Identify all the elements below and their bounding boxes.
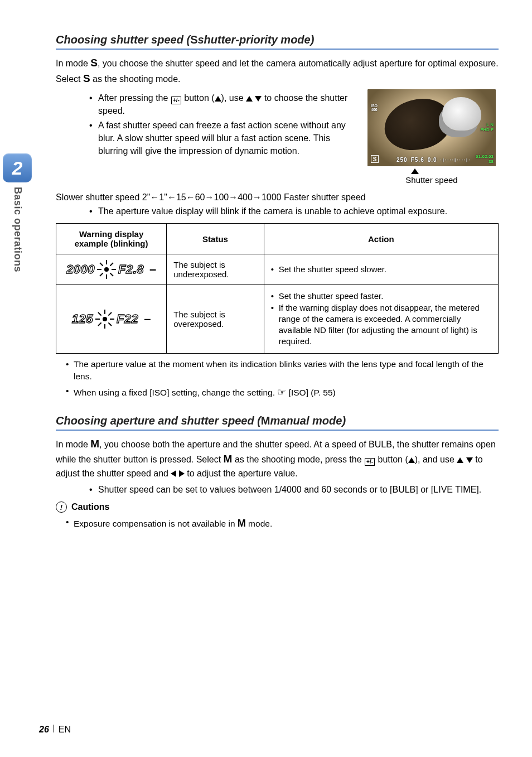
mode-letter-s: S [83,73,90,84]
arrow-up-icon [246,96,253,102]
table-row: 125 F22 – The subject is overexposed. Se… [56,285,499,353]
arrow-up-icon [411,168,419,174]
intro-paragraph: In mode S, you choose the shutter speed … [56,55,499,86]
status-cell: The subject is overexposed. [167,285,264,353]
text: In mode [56,440,90,449]
page-footer: 26 EN [39,725,71,735]
text: Slower shutter speed [56,192,142,202]
exposure-bar: 250 F5.6 0.0 ·|····|····|· [396,157,471,163]
section-title-shutter-priority: Choosing shutter speed (S shutter-priori… [56,33,499,50]
blink-aperture: F2.8 [118,262,144,277]
arrow-left-icon: ← [186,192,195,202]
seq-val: 1000 [262,192,282,202]
lcd-preview: ISO 400 L N FHD F 01:02:03 38 S 250 F5.6… [367,89,496,166]
title-text: Choosing shutter speed ( [56,33,190,46]
instruction-list: After pressing the +/- button (), use to… [89,91,354,157]
blink-shutter: 125 [72,312,93,326]
minus-icon: – [149,262,156,277]
arrow-down-icon [255,96,262,102]
text: as the shooting mode. [90,74,181,84]
action-cell: Set the shutter speed faster. If the war… [264,285,498,353]
blink-example-cell: 2000 F2.8 – [56,254,167,285]
preview-subject [442,97,481,131]
mode-letter-m: M [238,518,246,529]
exposure-comp-icon: +/- [365,458,375,466]
intro-paragraph: In mode M, you choose both the aperture … [56,436,499,480]
iso-badge: ISO 400 [371,104,378,112]
chapter-number-chip: 2 [3,153,32,182]
arrow-right-icon: → [229,192,238,202]
action-item: Set the shutter speed faster. [271,291,491,302]
text: Faster shutter speed [284,192,366,202]
table-header: Status [167,224,264,254]
see-reference-icon: ☞ [277,387,286,398]
chapter-title-vertical: Basic operations [12,187,23,272]
action-cell: Set the shutter speed slower. [264,254,498,285]
page-number: 26 [39,725,49,735]
action-item: Set the shutter speed slower. [271,264,491,275]
format-badge: L N FHD F [480,123,494,133]
mode-letter-m: M [90,438,99,450]
text: Exposure compensation is not available i… [74,519,238,528]
shutter-speed-sequence: Slower shutter speed 2"←1"←15←60→100→400… [56,192,499,202]
mode-letter-m: M [261,414,270,427]
cautions-heading: ! Cautions [56,502,499,513]
text: After pressing the [98,93,171,103]
lcd-shutter: 250 [396,157,408,163]
page-lang: EN [59,725,71,735]
table-header: Warning display example (blinking) [56,224,167,254]
blink-example-cell: 125 F22 – [56,285,167,353]
seq-val: 60 [195,192,205,202]
table-header: Action [264,224,498,254]
lcd-caption: Shutter speed [405,175,457,185]
minus-icon: – [144,312,151,326]
mode-letter-s: S [90,57,98,69]
status-cell: The subject is underexposed. [167,254,264,285]
warning-table: Warning display example (blinking) Statu… [56,223,499,353]
chapter-tab: 2 Basic operations [0,153,35,272]
time-remaining: 01:02:03 38 [476,155,494,164]
arrow-right-icon [179,470,185,477]
list-item: When using a fixed [ISO] setting, change… [66,385,499,399]
instruction-list: Shutter speed can be set to values betwe… [89,483,499,496]
blink-aperture: F22 [117,312,138,326]
text: 38 [489,159,494,164]
lcd-ev: 0.0 [428,157,437,163]
arrow-left-icon: ← [167,192,176,202]
seq-val: 1" [159,192,167,202]
list-item: The aperture value display will blink if… [89,205,499,218]
seq-val: 15 [176,192,186,202]
lcd-aperture: F5.6 [411,157,424,163]
text: ), use [221,93,246,103]
list-item: The aperture value at the moment when it… [66,358,499,383]
divider [54,725,54,732]
text: In mode [56,59,90,68]
text: button ( [182,93,215,103]
list-item: After pressing the +/- button (), use to… [89,91,354,117]
caution-icon: ! [56,502,67,513]
seq-val: 100 [214,192,229,202]
text: L N [486,122,494,127]
seq-val: 400 [238,192,253,202]
text: When using a fixed [ISO] setting, change… [74,388,277,397]
section-title-manual-mode: Choosing aperture and shutter speed (M m… [56,414,499,431]
exposure-comp-icon: +/- [171,97,181,104]
sun-icon [98,261,115,278]
text: to adjust the aperture value. [185,469,298,478]
list-item: Shutter speed can be set to values betwe… [89,483,499,496]
text: mode. [246,519,272,528]
arrow-right-icon: → [253,192,262,202]
text: ), and use [415,455,457,464]
mode-letter-s: S [190,33,197,46]
mode-letter-m: M [224,453,233,465]
sun-icon [96,311,113,327]
arrow-down-icon [466,457,473,463]
text: 400 [371,108,378,112]
footnote-list: The aperture value at the moment when it… [56,358,499,400]
action-item: If the warning display does not disappea… [271,302,491,348]
title-text: shutter-priority mode) [197,33,314,46]
reference-text: [ISO] (P. 55) [286,388,335,397]
sequence-note-list: The aperture value display will blink if… [89,205,499,218]
arrow-left-icon: ← [150,192,159,202]
seq-val: 2" [142,192,151,202]
